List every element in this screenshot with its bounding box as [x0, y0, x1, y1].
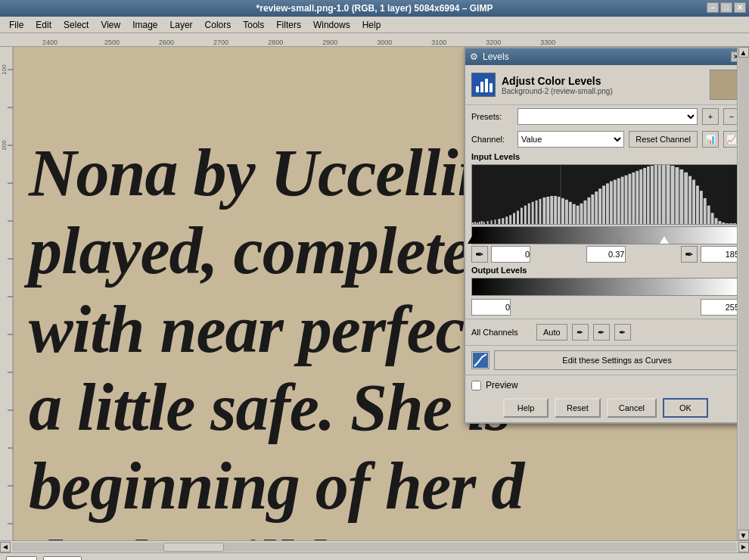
scroll-handle[interactable]: [163, 543, 224, 552]
reset-button[interactable]: Reset: [555, 398, 601, 418]
menu-image[interactable]: Image: [126, 18, 163, 32]
all-channels-row: All Channels Auto ✒ ✒ ✒: [465, 321, 737, 344]
menu-filters[interactable]: Filters: [270, 18, 307, 32]
preview-checkbox[interactable]: [471, 381, 481, 390]
svg-rect-28: [491, 220, 493, 224]
all-white-eyedropper[interactable]: ✒: [614, 324, 631, 341]
close-button[interactable]: ✕: [734, 2, 746, 13]
svg-rect-57: [598, 188, 601, 224]
svg-rect-68: [639, 170, 642, 224]
svg-rect-44: [550, 196, 553, 224]
svg-rect-78: [679, 170, 683, 224]
svg-rect-47: [561, 198, 564, 224]
levels-close-button[interactable]: ✕: [731, 51, 737, 62]
unit-select[interactable]: px mm in: [6, 556, 37, 561]
svg-rect-88: [718, 221, 721, 224]
svg-rect-53: [583, 201, 586, 224]
status-bar: px mm in 100% 50% 200% Background (243.4…: [0, 552, 749, 560]
menu-edit[interactable]: Edit: [30, 18, 57, 32]
all-channels-label: All Channels: [471, 328, 532, 337]
scroll-down-button[interactable]: ▼: [738, 530, 749, 540]
svg-rect-71: [651, 166, 654, 224]
svg-rect-37: [524, 206, 527, 224]
canvas-area: Nona by Uccellin played, complete with n…: [14, 47, 737, 540]
scroll-thumb[interactable]: [12, 543, 737, 552]
input-levels-label: Input Levels: [465, 151, 737, 163]
preview-row: Preview: [465, 377, 737, 394]
black-point-slider[interactable]: [468, 236, 477, 244]
all-gray-eyedropper[interactable]: ✒: [593, 324, 610, 341]
reset-channel-button[interactable]: Reset Channel: [629, 131, 698, 148]
svg-rect-67: [636, 171, 639, 224]
white-eyedropper-button[interactable]: ✒: [681, 246, 698, 263]
scroll-left-button[interactable]: ◄: [0, 542, 11, 552]
svg-rect-79: [684, 173, 688, 224]
scroll-right-button[interactable]: ►: [738, 542, 749, 552]
scroll-bottom[interactable]: ◄ ►: [0, 540, 749, 552]
zoom-select[interactable]: 100% 50% 200%: [43, 556, 82, 561]
presets-row: Presets: + −: [465, 105, 737, 128]
output-levels-label: Output Levels: [465, 264, 737, 276]
menu-colors[interactable]: Colors: [199, 18, 238, 32]
channel-select[interactable]: Value Red Green Blue Alpha: [517, 131, 624, 148]
white-input[interactable]: [701, 246, 737, 263]
log-histogram-button[interactable]: 📈: [723, 131, 737, 148]
menu-layer[interactable]: Layer: [164, 18, 199, 32]
levels-title-icon: ⚙: [470, 51, 478, 62]
black-input[interactable]: [491, 246, 530, 263]
auto-button[interactable]: Auto: [536, 324, 567, 341]
edit-curves-row: Edit these Settings as Curves: [465, 347, 737, 373]
presets-select[interactable]: [517, 108, 698, 125]
menu-select[interactable]: Select: [57, 18, 95, 32]
svg-rect-34: [513, 213, 515, 224]
levels-titlebar: ⚙ Levels ✕: [465, 48, 737, 65]
preview-label[interactable]: Preview: [486, 380, 518, 390]
menu-tools[interactable]: Tools: [237, 18, 270, 32]
mid-point-slider[interactable]: [614, 236, 623, 244]
svg-rect-81: [692, 180, 695, 225]
menu-help[interactable]: Help: [356, 18, 387, 32]
help-button[interactable]: Help: [503, 398, 549, 418]
svg-rect-85: [707, 206, 710, 224]
edit-curves-button[interactable]: Edit these Settings as Curves: [494, 350, 737, 370]
mid-input[interactable]: [586, 246, 626, 263]
svg-rect-39: [532, 202, 534, 224]
svg-rect-62: [617, 179, 620, 224]
presets-add-button[interactable]: +: [702, 108, 719, 125]
cancel-button[interactable]: Cancel: [607, 398, 657, 418]
svg-rect-16: [476, 86, 479, 92]
histogram-svg: [472, 165, 737, 224]
svg-rect-69: [643, 168, 646, 224]
levels-sub-title: Background-2 (review-small.png): [502, 87, 704, 95]
menu-windows[interactable]: Windows: [307, 18, 356, 32]
white-point-slider[interactable]: [660, 236, 669, 244]
menu-file[interactable]: File: [3, 18, 30, 32]
all-black-eyedropper[interactable]: ✒: [572, 324, 589, 341]
ok-button[interactable]: OK: [663, 398, 708, 418]
svg-rect-27: [487, 221, 489, 224]
svg-rect-83: [700, 191, 703, 224]
svg-rect-82: [696, 185, 699, 224]
output-white-input[interactable]: [701, 299, 737, 316]
linear-histogram-button[interactable]: 📊: [702, 131, 719, 148]
svg-rect-35: [517, 210, 519, 224]
input-slider-area[interactable]: [471, 226, 737, 244]
minimize-button[interactable]: –: [707, 2, 719, 13]
black-eyedropper-button[interactable]: ✒: [471, 246, 488, 263]
svg-rect-73: [658, 165, 661, 224]
scroll-track[interactable]: [738, 58, 749, 530]
svg-rect-52: [580, 204, 583, 224]
scroll-right[interactable]: ▲ ▼: [737, 47, 749, 540]
scroll-up-button[interactable]: ▲: [738, 47, 749, 58]
svg-rect-32: [505, 216, 508, 224]
menu-view[interactable]: View: [95, 18, 126, 32]
svg-rect-80: [688, 176, 692, 224]
svg-rect-25: [481, 221, 483, 224]
presets-remove-button[interactable]: −: [723, 108, 737, 125]
svg-rect-92: [733, 223, 736, 224]
levels-main-title: Adjust Color Levels: [502, 75, 704, 87]
maximize-button[interactable]: □: [720, 2, 732, 13]
svg-rect-91: [729, 223, 732, 224]
output-black-input[interactable]: [471, 299, 511, 316]
svg-rect-33: [509, 215, 511, 224]
